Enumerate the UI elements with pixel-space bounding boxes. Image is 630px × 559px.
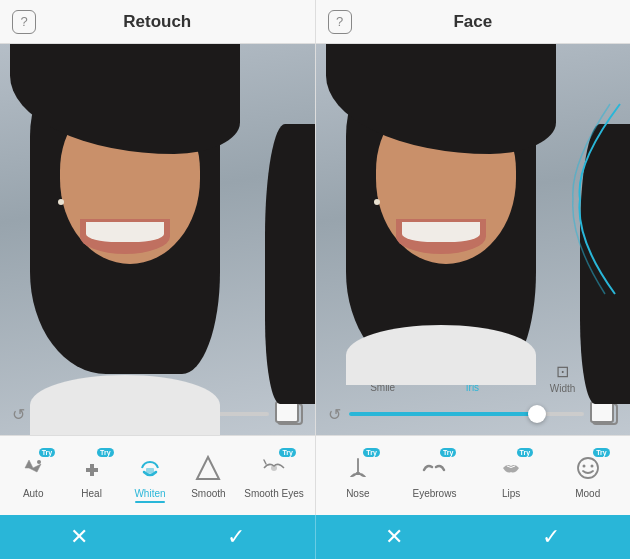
face-tool-width-label: Width (550, 383, 576, 394)
tool-smooth-eyes-label: Smooth Eyes (244, 488, 303, 499)
whiten-icon (136, 454, 164, 482)
face-slider-fill (349, 412, 537, 416)
tool-auto[interactable]: Try Auto (11, 452, 56, 499)
retouch-cancel-button[interactable]: ✕ (70, 524, 88, 550)
face-title: Face (453, 12, 492, 32)
face-slider[interactable] (349, 412, 585, 416)
smooth-eyes-try-badge: Try (279, 448, 296, 457)
retouch-tools: Try Auto Try Heal (0, 436, 316, 515)
svg-point-5 (582, 465, 585, 468)
retouch-title: Retouch (123, 12, 191, 32)
tool-lips-label: Lips (502, 488, 520, 499)
face-slider-thumb[interactable] (528, 405, 546, 423)
smooth-eyes-icon (260, 454, 288, 482)
tool-mood[interactable]: Try Mood (565, 452, 610, 499)
eyebrows-icon (420, 454, 448, 482)
auto-icon (19, 454, 47, 482)
tool-whiten-label: Whiten (134, 488, 165, 499)
svg-marker-2 (197, 457, 219, 479)
retouch-copy-button[interactable] (277, 403, 303, 425)
tool-smooth-label: Smooth (191, 488, 225, 499)
face-confirm-button[interactable]: ✓ (542, 524, 560, 550)
face-tool-width[interactable]: ⊡ Width (550, 362, 576, 394)
svg-point-6 (590, 465, 593, 468)
tool-auto-label: Auto (23, 488, 44, 499)
tool-smooth-eyes[interactable]: Try Smooth Eyes (244, 452, 303, 499)
face-undo-button[interactable]: ↺ (328, 405, 341, 424)
svg-point-0 (37, 460, 41, 464)
nose-icon (344, 454, 372, 482)
face-bottom-actions: ✕ ✓ (316, 515, 631, 559)
face-cancel-button[interactable]: ✕ (385, 524, 403, 550)
lips-icon (497, 454, 525, 482)
tool-heal[interactable]: Try Heal (69, 452, 114, 499)
retouch-undo-button[interactable]: ↺ (12, 405, 25, 424)
mood-try-badge: Try (593, 448, 610, 457)
tool-mood-label: Mood (575, 488, 600, 499)
tools-row: Try Auto Try Heal (0, 435, 630, 515)
face-copy-button[interactable] (592, 403, 618, 425)
tool-heal-label: Heal (81, 488, 102, 499)
main-area: ↺ (0, 44, 630, 435)
tool-nose-label: Nose (346, 488, 369, 499)
retouch-panel-header: ? Retouch (0, 0, 316, 43)
face-panel-header: ? Face (316, 0, 631, 43)
tool-nose[interactable]: Try Nose (335, 452, 380, 499)
face-tools: Try Nose Try Eyebrows Try (316, 436, 631, 515)
tool-smooth[interactable]: Smooth (186, 452, 231, 499)
lips-try-badge: Try (517, 448, 534, 457)
bottom-bar: ✕ ✓ ✕ ✓ (0, 515, 630, 559)
face-image-panel: ☺ Smile 👁 Iris ⊡ Width ↺ (316, 44, 631, 435)
heal-icon (78, 454, 106, 482)
top-bar: ? Retouch ? Face (0, 0, 630, 44)
tool-eyebrows[interactable]: Try Eyebrows (412, 452, 457, 499)
svg-point-4 (578, 458, 598, 478)
retouch-bottom-actions: ✕ ✓ (0, 515, 316, 559)
heal-try-badge: Try (97, 448, 114, 457)
nose-try-badge: Try (363, 448, 380, 457)
retouch-photo (0, 44, 315, 435)
retouch-help-button[interactable]: ? (12, 10, 36, 34)
eyebrows-try-badge: Try (440, 448, 457, 457)
retouch-image-panel: ↺ (0, 44, 316, 435)
tool-whiten[interactable]: Whiten (127, 452, 172, 499)
svg-point-3 (271, 465, 277, 471)
retouch-confirm-button[interactable]: ✓ (227, 524, 245, 550)
face-help-button[interactable]: ? (328, 10, 352, 34)
smooth-icon (195, 455, 221, 481)
mood-icon (574, 454, 602, 482)
tool-lips[interactable]: Try Lips (489, 452, 534, 499)
svg-rect-1 (146, 468, 154, 473)
face-curve-overlay (565, 84, 625, 314)
auto-try-badge: Try (39, 448, 56, 457)
face-slider-area: ↺ (316, 403, 631, 425)
tool-eyebrows-label: Eyebrows (412, 488, 456, 499)
